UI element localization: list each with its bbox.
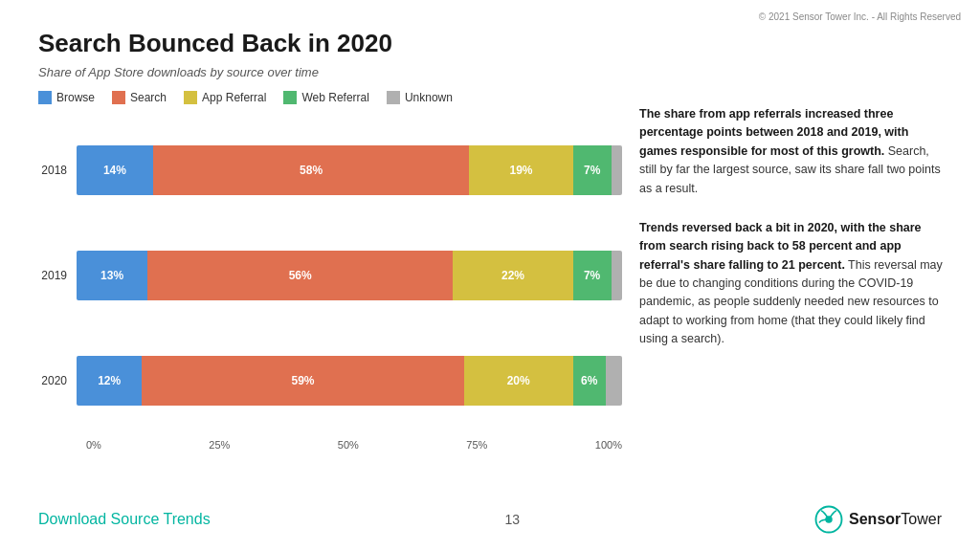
x-axis-label: 50% xyxy=(338,439,359,451)
bar-segment: 59% xyxy=(142,356,463,406)
x-axis-labels: 0%25%50%75%100% xyxy=(86,439,622,451)
right-panel-paragraph-1: The share from app referrals increased t… xyxy=(639,105,946,198)
legend-item: Search xyxy=(112,91,167,104)
x-axis-label: 0% xyxy=(86,439,101,451)
bar-segment: 7% xyxy=(573,145,612,195)
legend-color xyxy=(387,91,400,104)
legend-color xyxy=(38,91,52,104)
bar-segment xyxy=(612,145,622,195)
legend-color xyxy=(112,91,125,104)
legend-label: Unknown xyxy=(405,91,453,104)
bar-segment: 19% xyxy=(469,145,572,195)
bar-year-label: 2020 xyxy=(38,374,77,387)
legend-color xyxy=(184,91,197,104)
bar-segment: 56% xyxy=(147,251,453,300)
bar-segment: 58% xyxy=(153,145,470,195)
logo-text: SensorTower xyxy=(849,511,942,528)
sensor-tower-logo: SensorTower xyxy=(814,505,942,534)
legend-label: Browse xyxy=(56,91,95,104)
legend-color xyxy=(283,91,297,104)
right-panel: The share from app referrals increased t… xyxy=(639,105,946,370)
bar-row: 201913%56%22%7% xyxy=(38,242,622,309)
legend-item: Web Referral xyxy=(283,91,368,104)
subtitle: Share of App Store downloads by source o… xyxy=(38,65,319,79)
legend-item: App Referral xyxy=(184,91,266,104)
bar-row: 202012%59%20%6% xyxy=(38,347,622,414)
bar-segment: 7% xyxy=(573,251,612,300)
bar-year-label: 2018 xyxy=(38,164,77,177)
bar-segment: 6% xyxy=(573,356,606,406)
bar-segment: 22% xyxy=(453,251,572,300)
x-axis-label: 75% xyxy=(466,439,487,451)
legend-label: Search xyxy=(130,91,167,104)
bar-row: 201814%58%19%7% xyxy=(38,137,622,204)
copyright: © 2021 Sensor Tower Inc. - All Rights Re… xyxy=(759,11,961,22)
legend-label: Web Referral xyxy=(301,91,368,104)
bar-segment xyxy=(606,356,622,406)
bar-container: 13%56%22%7% xyxy=(77,251,622,300)
bar-year-label: 2019 xyxy=(38,269,77,282)
footer-left: Download Source Trends xyxy=(38,511,211,528)
main-title: Search Bounced Back in 2020 xyxy=(38,29,392,58)
right-panel-paragraph-2: Trends reversed back a bit in 2020, with… xyxy=(639,219,946,349)
footer-center: 13 xyxy=(505,512,521,527)
bar-segment: 12% xyxy=(77,356,142,406)
legend-item: Unknown xyxy=(387,91,453,104)
bar-container: 14%58%19%7% xyxy=(77,145,622,195)
bar-chart: 201814%58%19%7%201913%56%22%7%202012%59%… xyxy=(38,118,622,433)
x-axis: 0%25%50%75%100% xyxy=(86,439,622,451)
bar-segment: 14% xyxy=(77,145,153,195)
legend-item: Browse xyxy=(38,91,95,104)
legend-label: App Referral xyxy=(202,91,266,104)
bar-segment: 20% xyxy=(464,356,573,406)
legend: BrowseSearchApp ReferralWeb ReferralUnkn… xyxy=(38,91,622,104)
logo-icon xyxy=(814,505,843,534)
bar-segment: 13% xyxy=(77,251,147,300)
bar-container: 12%59%20%6% xyxy=(77,356,622,406)
chart-area: BrowseSearchApp ReferralWeb ReferralUnkn… xyxy=(38,91,622,502)
footer: Download Source Trends 13 SensorTower xyxy=(0,505,980,534)
x-axis-label: 25% xyxy=(209,439,230,451)
x-axis-label: 100% xyxy=(595,439,622,451)
bar-segment xyxy=(612,251,622,300)
